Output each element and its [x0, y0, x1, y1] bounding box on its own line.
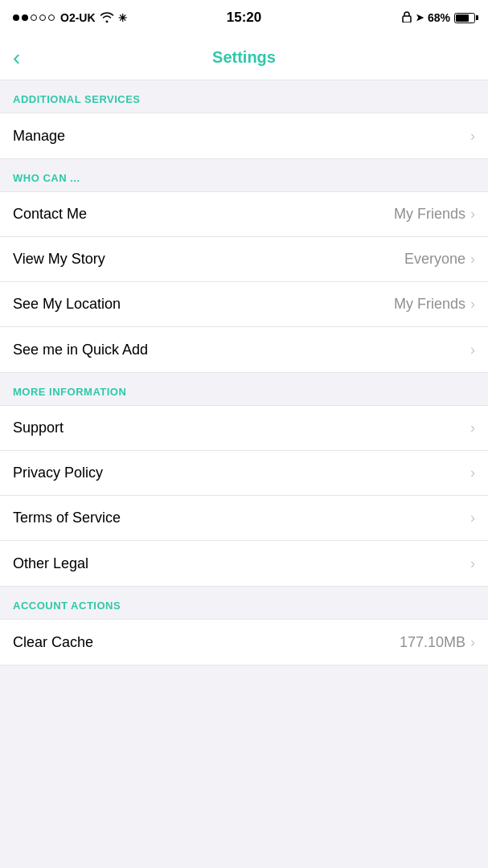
- wifi-icon: [100, 11, 114, 25]
- chevron-icon-see-my-location: ›: [470, 296, 475, 313]
- chevron-icon-clear-cache: ›: [470, 634, 475, 651]
- list-item-privacy-policy[interactable]: Privacy Policy›: [0, 451, 488, 496]
- chevron-icon-privacy-policy: ›: [470, 465, 475, 481]
- list-item-label-contact-me: Contact Me: [13, 206, 87, 223]
- list-item-clear-cache[interactable]: Clear Cache177.10MB›: [0, 620, 488, 665]
- section-header-who-can: WHO CAN ...: [0, 159, 488, 191]
- list-section-additional-services: Manage›: [0, 113, 488, 159]
- nav-bar: ‹ Settings: [0, 35, 488, 80]
- chevron-icon-view-my-story: ›: [470, 251, 475, 268]
- section-header-text-account-actions: ACCOUNT ACTIONS: [13, 600, 121, 612]
- list-item-label-terms-of-service: Terms of Service: [13, 510, 121, 526]
- list-item-label-support: Support: [13, 420, 64, 436]
- list-item-label-other-legal: Other Legal: [13, 555, 88, 572]
- signal-dots: [13, 14, 55, 21]
- status-time: 15:20: [227, 10, 261, 26]
- section-header-account-actions: ACCOUNT ACTIONS: [0, 587, 488, 619]
- section-header-more-information: MORE INFORMATION: [0, 373, 488, 405]
- settings-content: ADDITIONAL SERVICESManage›WHO CAN ...Con…: [0, 80, 488, 665]
- list-item-value-see-my-location: My Friends: [394, 296, 465, 313]
- status-bar: O2-UK ✳ 15:20 ➤ 68%: [0, 0, 488, 35]
- list-item-manage[interactable]: Manage›: [0, 113, 488, 158]
- list-item-contact-me[interactable]: Contact MeMy Friends›: [0, 192, 488, 237]
- chevron-icon-manage: ›: [470, 128, 475, 145]
- chevron-icon-terms-of-service: ›: [470, 510, 475, 526]
- list-item-label-privacy-policy: Privacy Policy: [13, 465, 103, 481]
- section-header-additional-services: ADDITIONAL SERVICES: [0, 80, 488, 113]
- list-item-value-view-my-story: Everyone: [404, 251, 465, 268]
- status-right: ➤ 68%: [402, 11, 475, 25]
- battery-percent: 68%: [428, 11, 450, 24]
- carrier-label: O2-UK: [60, 11, 96, 24]
- list-item-see-me-in-quick-add[interactable]: See me in Quick Add›: [0, 327, 488, 372]
- dot-2: [22, 14, 28, 21]
- list-item-right-view-my-story: Everyone›: [404, 251, 475, 268]
- list-section-more-information: Support›Privacy Policy›Terms of Service›…: [0, 405, 488, 587]
- dot-3: [31, 14, 37, 21]
- chevron-icon-support: ›: [470, 420, 475, 436]
- list-item-terms-of-service[interactable]: Terms of Service›: [0, 496, 488, 541]
- list-item-label-see-my-location: See My Location: [13, 296, 121, 313]
- activity-icon: ✳: [118, 12, 127, 24]
- list-item-right-privacy-policy: ›: [470, 465, 475, 481]
- list-item-right-see-me-in-quick-add: ›: [470, 342, 475, 358]
- battery-icon: [454, 13, 475, 23]
- list-item-right-terms-of-service: ›: [470, 510, 475, 526]
- list-item-right-see-my-location: My Friends›: [394, 296, 475, 313]
- list-item-label-see-me-in-quick-add: See me in Quick Add: [13, 342, 148, 358]
- section-header-text-more-information: MORE INFORMATION: [13, 386, 126, 398]
- list-item-support[interactable]: Support›: [0, 406, 488, 451]
- dot-4: [39, 14, 46, 21]
- status-left: O2-UK ✳: [13, 11, 127, 25]
- back-button[interactable]: ‹: [13, 40, 27, 76]
- list-item-right-contact-me: My Friends›: [394, 206, 475, 223]
- list-item-label-clear-cache: Clear Cache: [13, 634, 93, 651]
- arrow-icon: ➤: [416, 12, 424, 23]
- chevron-icon-other-legal: ›: [470, 555, 475, 572]
- dot-5: [48, 14, 55, 21]
- list-item-label-view-my-story: View My Story: [13, 251, 105, 268]
- list-item-right-manage: ›: [470, 128, 475, 145]
- section-header-text-who-can: WHO CAN ...: [13, 172, 80, 184]
- chevron-icon-contact-me: ›: [470, 206, 475, 223]
- list-item-see-my-location[interactable]: See My LocationMy Friends›: [0, 282, 488, 327]
- list-item-right-support: ›: [470, 420, 475, 436]
- list-section-account-actions: Clear Cache177.10MB›: [0, 619, 488, 665]
- list-item-value-contact-me: My Friends: [394, 206, 465, 223]
- page-title: Settings: [212, 48, 276, 67]
- chevron-icon-see-me-in-quick-add: ›: [470, 342, 475, 358]
- list-item-view-my-story[interactable]: View My StoryEveryone›: [0, 237, 488, 282]
- list-item-right-clear-cache: 177.10MB›: [400, 634, 475, 651]
- lock-icon: [402, 11, 412, 25]
- list-item-label-manage: Manage: [13, 128, 65, 145]
- svg-rect-0: [403, 16, 411, 23]
- dot-1: [13, 14, 19, 21]
- section-header-text-additional-services: ADDITIONAL SERVICES: [13, 93, 141, 105]
- list-item-other-legal[interactable]: Other Legal›: [0, 541, 488, 586]
- list-item-right-other-legal: ›: [470, 555, 475, 572]
- list-item-value-clear-cache: 177.10MB: [400, 634, 465, 651]
- list-section-who-can: Contact MeMy Friends›View My StoryEveryo…: [0, 191, 488, 373]
